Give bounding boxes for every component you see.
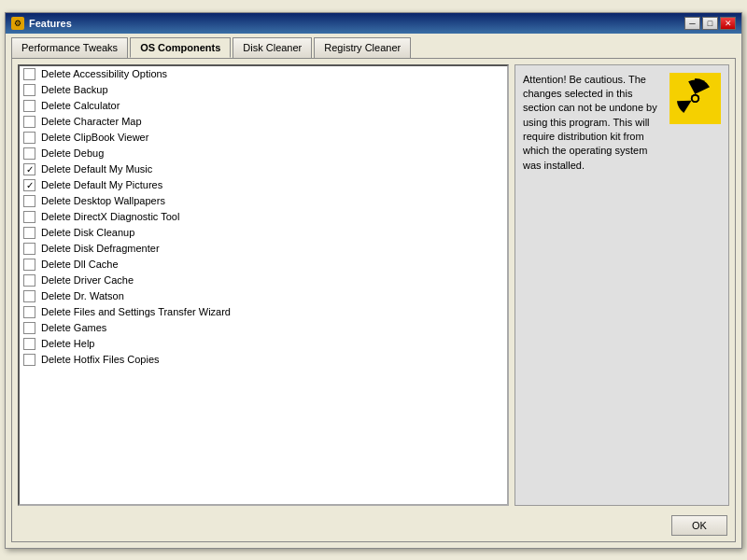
title-bar: ⚙ Features ─ □ ✕ [6,13,741,34]
tab-disk-cleaner[interactable]: Disk Cleaner [233,37,312,58]
item-label-7: Delete Default My Pictures [41,179,162,190]
list-item[interactable]: Delete Files and Settings Transfer Wizar… [20,304,507,320]
item-label-18: Delete Hotfix Files Copies [41,354,160,365]
list-item[interactable]: Delete Dr. Watson [20,288,507,304]
restore-button[interactable]: □ [702,17,718,30]
item-label-8: Delete Desktop Wallpapers [41,195,165,206]
close-button[interactable]: ✕ [720,17,736,30]
item-label-6: Delete Default My Music [41,163,152,175]
list-item[interactable]: Delete Backup [20,82,507,98]
warning-text: Attention! Be cautious. The changes sele… [523,73,662,174]
title-bar-left: ⚙ Features [11,17,72,30]
item-label-14: Delete Dr. Watson [41,290,124,301]
item-label-9: Delete DirectX Diagnostic Tool [41,211,179,222]
list-item[interactable]: Delete Calculator [20,98,507,114]
checkbox-0[interactable] [23,68,35,80]
checkbox-5[interactable] [23,147,35,160]
list-item[interactable]: Delete Character Map [20,114,507,130]
checkbox-3[interactable] [23,116,35,128]
item-label-10: Delete Disk Cleanup [41,227,134,238]
checkbox-18[interactable] [23,354,35,366]
checkbox-8[interactable] [23,195,35,207]
checkbox-16[interactable] [23,322,35,334]
svg-point-3 [693,95,698,101]
tab-performance[interactable]: Performance Tweaks [11,37,128,58]
bottom-bar: OK [12,511,735,541]
checkbox-13[interactable] [23,274,35,287]
list-item[interactable]: Delete DirectX Diagnostic Tool [20,209,507,225]
list-item[interactable]: Delete Hotfix Files Copies [20,352,507,368]
content-area: Delete Accessibility OptionsDelete Backu… [11,58,736,542]
checkbox-12[interactable] [23,259,35,271]
checkbox-11[interactable] [23,243,35,255]
features-window: ⚙ Features ─ □ ✕ Performance Tweaks OS C… [5,12,742,549]
list-item[interactable]: Delete Default My Pictures [20,177,507,193]
tab-os-components[interactable]: OS Components [130,37,231,58]
checkbox-2[interactable] [23,100,35,112]
window-title: Features [29,18,72,29]
list-item[interactable]: Delete ClipBook Viewer [20,130,507,146]
item-label-3: Delete Character Map [41,116,142,127]
list-item[interactable]: Delete Desktop Wallpapers [20,193,507,209]
checkbox-9[interactable] [23,211,35,223]
item-label-16: Delete Games [41,322,106,333]
checkbox-6[interactable] [23,163,35,175]
list-item[interactable]: Delete Help [20,336,507,352]
checkbox-4[interactable] [23,132,35,144]
right-panel: Attention! Be cautious. The changes sele… [514,64,729,506]
tab-bar: Performance Tweaks OS Components Disk Cl… [6,34,741,58]
item-label-1: Delete Backup [41,84,108,95]
window-icon: ⚙ [11,17,24,30]
checkbox-15[interactable] [23,306,35,318]
list-item[interactable]: Delete Accessibility Options [20,66,507,82]
checkbox-1[interactable] [23,84,35,96]
list-panel: Delete Accessibility OptionsDelete Backu… [18,64,509,506]
checkbox-17[interactable] [23,338,35,350]
item-label-2: Delete Calculator [41,100,120,111]
checkbox-10[interactable] [23,227,35,239]
tab-registry-cleaner[interactable]: Registry Cleaner [314,37,411,58]
item-label-0: Delete Accessibility Options [41,68,167,79]
list-item[interactable]: Delete Dll Cache [20,257,507,273]
item-label-17: Delete Help [41,338,94,349]
list-item[interactable]: Delete Default My Music [20,161,507,177]
item-label-15: Delete Files and Settings Transfer Wizar… [41,306,231,317]
list-item[interactable]: Delete Debug [20,146,507,161]
item-label-5: Delete Debug [41,147,104,159]
item-label-4: Delete ClipBook Viewer [41,132,148,143]
list-item[interactable]: Delete Driver Cache [20,273,507,288]
warning-box: Attention! Be cautious. The changes sele… [514,64,729,506]
main-content: Delete Accessibility OptionsDelete Backu… [12,59,735,511]
item-label-12: Delete Dll Cache [41,259,119,270]
checkbox-7[interactable] [23,179,35,191]
list-item[interactable]: Delete Disk Cleanup [20,225,507,241]
item-label-11: Delete Disk Defragmenter [41,243,160,254]
list-item[interactable]: Delete Games [20,320,507,336]
title-buttons: ─ □ ✕ [684,17,736,30]
ok-button[interactable]: OK [671,515,727,536]
checkbox-14[interactable] [23,290,35,302]
list-item[interactable]: Delete Disk Defragmenter [20,241,507,257]
radiation-icon [669,73,721,124]
item-label-13: Delete Driver Cache [41,274,134,286]
list-scroll[interactable]: Delete Accessibility OptionsDelete Backu… [20,66,507,504]
minimize-button[interactable]: ─ [684,17,700,30]
